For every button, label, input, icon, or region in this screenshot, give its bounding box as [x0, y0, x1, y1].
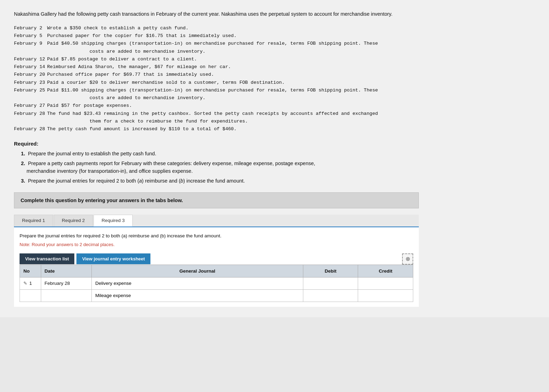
transaction-date-3: February 9	[14, 40, 47, 47]
row-1b-credit[interactable]	[358, 290, 413, 302]
row-1b-debit-input[interactable]	[307, 293, 355, 298]
table-header-row: No Date General Journal Debit Credit	[20, 265, 413, 278]
view-journal-entry-worksheet-button[interactable]: View journal entry worksheet	[76, 253, 150, 264]
transactions-list: February 2 Wrote a $350 check to establi…	[14, 24, 405, 133]
row-1b-debit[interactable]	[303, 290, 358, 302]
required-item-2-num: 2.	[21, 161, 25, 166]
required-item-3-text: Prepare the journal entries for required…	[28, 178, 245, 184]
tab-required-2[interactable]: Required 2	[54, 215, 93, 227]
transaction-desc-5: Reimbursed Adina Sharon, the manager, $6…	[47, 63, 405, 71]
col-header-general-journal: General Journal	[91, 265, 303, 278]
table-row-1b	[20, 290, 413, 302]
transaction-desc-6: Purchased office paper for $69.77 that i…	[47, 71, 405, 79]
transaction-date-10: February 28	[14, 110, 47, 118]
table-row-1a: ✎ 1 February 28	[20, 278, 413, 290]
transaction-date-4: February 12	[14, 56, 47, 63]
complete-box: Complete this question by entering your …	[14, 192, 419, 208]
transaction-desc-3: Paid $40.50 shipping charges (transporta…	[47, 40, 405, 56]
transaction-desc-4: Paid $7.85 postage to deliver a contract…	[47, 56, 405, 63]
transaction-date-7: February 23	[14, 79, 47, 87]
required-item-3-num: 3.	[21, 178, 25, 184]
page: Nakashima Gallery had the following pett…	[0, 0, 549, 317]
transaction-row-1: February 2 Wrote a $350 check to establi…	[14, 24, 405, 32]
row-1b-journal-input[interactable]	[95, 293, 299, 298]
edit-icon-row-1[interactable]: ✎	[23, 280, 27, 287]
transaction-row-8: February 25 Paid $11.00 shipping charges…	[14, 87, 405, 102]
close-icon: ⊗	[406, 254, 410, 264]
tabs-wrapper: Required 1 Required 2 Required 3 Prepare…	[14, 215, 419, 306]
row-1a-journal[interactable]	[91, 278, 303, 290]
col-header-no: No	[20, 265, 41, 278]
complete-box-text: Complete this question by entering your …	[21, 198, 183, 203]
col-header-debit: Debit	[303, 265, 358, 278]
tab-note-text: Note: Round your answers to 2 decimal pl…	[20, 241, 413, 249]
transaction-row-11: February 28 The petty cash fund amount i…	[14, 125, 405, 133]
view-transaction-list-button[interactable]: View transaction list	[20, 253, 74, 264]
row-1a-credit-input[interactable]	[362, 281, 409, 286]
transaction-date-9: February 27	[14, 102, 47, 110]
transaction-date-6: February 20	[14, 71, 47, 79]
transaction-row-7: February 23 Paid a courier $20 to delive…	[14, 79, 405, 87]
transaction-row-5: February 14 Reimbursed Adina Sharon, the…	[14, 63, 405, 71]
transaction-date-2: February 5	[14, 32, 47, 40]
transaction-desc-7: Paid a courier $20 to deliver merchandis…	[47, 79, 405, 87]
col-header-credit: Credit	[358, 265, 413, 278]
transaction-row-9: February 27 Paid $57 for postage expense…	[14, 102, 405, 110]
row-1b-date	[41, 290, 91, 302]
row-1b-credit-input[interactable]	[362, 293, 409, 298]
transaction-row-3: February 9 Paid $40.50 shipping charges …	[14, 40, 405, 56]
row-1-number: 1	[29, 280, 32, 287]
tab-required-2-label: Required 2	[62, 218, 85, 223]
row-1a-debit[interactable]	[303, 278, 358, 290]
required-section: Required: 1. Prepare the journal entry t…	[14, 141, 398, 185]
journal-table: No Date General Journal Debit Credit ✎ 1	[20, 265, 413, 302]
required-item-1-text: Prepare the journal entry to establish t…	[28, 151, 156, 156]
transaction-date-8: February 25	[14, 87, 47, 94]
tab-main-text: Prepare the journal entries for required…	[20, 232, 413, 240]
transaction-row-6: February 20 Purchased office paper for $…	[14, 71, 405, 79]
tab-required-1[interactable]: Required 1	[14, 215, 53, 227]
transaction-row-2: February 5 Purchased paper for the copie…	[14, 32, 405, 40]
tab-content: Prepare the journal entries for required…	[14, 227, 419, 306]
transaction-desc-2: Purchased paper for the copier for $16.7…	[47, 32, 405, 40]
transaction-date-5: February 14	[14, 63, 47, 71]
required-list: 1. Prepare the journal entry to establis…	[14, 150, 398, 185]
row-1a-journal-input[interactable]	[95, 281, 299, 286]
row-1b-no	[20, 290, 41, 302]
transaction-desc-1: Wrote a $350 check to establish a petty …	[47, 24, 405, 32]
transaction-desc-10: The fund had $23.43 remaining in the pet…	[47, 110, 405, 126]
required-title: Required:	[14, 141, 398, 147]
required-item-2: 2. Prepare a petty cash payments report …	[21, 160, 398, 175]
required-item-2-text: Prepare a petty cash payments report for…	[21, 161, 315, 174]
transaction-desc-8: Paid $11.00 shipping charges (transporta…	[47, 87, 405, 102]
transaction-date-1: February 2	[14, 24, 47, 32]
required-item-1-num: 1.	[21, 151, 25, 156]
transaction-row-4: February 12 Paid $7.85 postage to delive…	[14, 56, 405, 63]
col-header-date: Date	[41, 265, 91, 278]
row-1a-debit-input[interactable]	[307, 281, 355, 286]
row-1b-journal[interactable]	[91, 290, 303, 302]
row-1a-credit[interactable]	[358, 278, 413, 290]
row-1a-no: ✎ 1	[20, 278, 41, 290]
transaction-row-10: February 28 The fund had $23.43 remainin…	[14, 110, 405, 126]
tabs-row: Required 1 Required 2 Required 3	[14, 215, 419, 227]
tab-required-1-label: Required 1	[22, 218, 45, 223]
tab-required-3-label: Required 3	[102, 218, 125, 223]
close-icon-button[interactable]: ⊗	[402, 253, 413, 265]
required-item-1: 1. Prepare the journal entry to establis…	[21, 150, 398, 158]
row-1a-date: February 28	[41, 278, 91, 290]
action-buttons-row: View transaction list View journal entry…	[20, 253, 413, 265]
transaction-desc-11: The petty cash fund amount is increased …	[47, 125, 405, 133]
transaction-desc-9: Paid $57 for postage expenses.	[47, 102, 405, 110]
required-item-3: 3. Prepare the journal entries for requi…	[21, 177, 398, 185]
tab-required-3[interactable]: Required 3	[94, 215, 133, 227]
intro-paragraph: Nakashima Gallery had the following pett…	[14, 10, 398, 18]
action-buttons-left: View transaction list View journal entry…	[20, 253, 150, 264]
transaction-date-11: February 28	[14, 125, 47, 133]
